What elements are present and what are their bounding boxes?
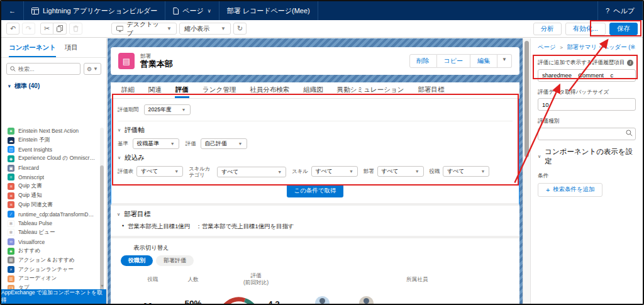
component-item[interactable]: ≡ Quip 関連文書 <box>1 201 97 210</box>
tab-fields[interactable]: 項目 <box>65 43 78 57</box>
more-actions-button[interactable]: ▼ <box>497 54 512 68</box>
component-icon: ‹› <box>8 238 14 245</box>
component-item[interactable]: ∕ runtime_cdp:dataTransformDefiniti... <box>1 209 97 219</box>
undo-button[interactable]: ↶ <box>6 23 19 35</box>
info-icon[interactable]: i <box>627 60 633 66</box>
save-button[interactable]: 保存 <box>609 23 638 35</box>
appexchange-footer-button[interactable]: AppExchange で追加コンポーネントを取得 <box>1 289 106 304</box>
sidebar-tabs: コンポーネント 項目 <box>1 38 106 58</box>
record-tab[interactable]: 詳細 <box>121 82 135 98</box>
view-switch-option[interactable]: 部署評価 <box>156 255 194 266</box>
scrollbar-thumb[interactable] <box>100 165 104 304</box>
chevron-down-icon: ▼ <box>415 169 419 174</box>
component-item[interactable]: ⊞ アクション & おすすめ <box>1 256 97 265</box>
bullet-icon: • <box>122 223 124 231</box>
period-select[interactable]: 2025年度 ▼ <box>144 104 191 115</box>
component-label: Experience Cloud の Omniscript <box>18 155 95 162</box>
record-tab[interactable]: 評価 <box>175 82 189 98</box>
pages-menu[interactable]: ページ ∨ <box>165 1 219 20</box>
chevron-down-icon: ▼ <box>221 26 226 31</box>
visibility-section-header[interactable]: ∨ コンポーネントの表示を設定 <box>538 147 636 166</box>
record-tab[interactable]: 社員分布検索 <box>249 82 290 98</box>
fetch-with-conditions-button[interactable]: この条件で取得 <box>287 184 343 197</box>
component-item[interactable]: ☰ アコーディオン <box>1 274 97 284</box>
component-item[interactable]: ★ おすすめ <box>1 247 97 256</box>
copy-button[interactable] <box>53 23 67 35</box>
component-item[interactable]: ≡ Quip 文書 <box>1 182 97 191</box>
batch-size-field-label: 評価データ取得バッチサイズ <box>538 89 609 96</box>
help-button[interactable]: ? ヘルプ <box>597 1 643 20</box>
component-item[interactable]: ✻ Tableau Pulse <box>1 219 97 228</box>
record-tab[interactable]: 関連 <box>148 82 162 98</box>
batch-size-field-input[interactable] <box>538 98 636 111</box>
narrow-section-title: 絞込み <box>125 153 145 162</box>
narrow-field-value: すべて <box>221 169 238 176</box>
axis-field-select[interactable]: 自己評価 ▼ <box>201 138 247 149</box>
member[interactable]: 伊藤 三郎 <box>351 296 381 304</box>
edit-record-button[interactable]: 編集 <box>470 54 497 68</box>
breadcrumb-component-link[interactable]: 部署サマリ・ヘッダー (※... <box>567 43 636 50</box>
goal-separator: ： <box>196 223 202 230</box>
narrow-field-select[interactable]: すべて ▼ <box>136 166 183 177</box>
component-search-input[interactable] <box>18 66 69 72</box>
view-switch-option[interactable]: 役職別 <box>121 255 153 266</box>
narrow-field-select[interactable]: すべて ▼ <box>377 166 424 177</box>
copy-record-button[interactable]: コピー <box>437 54 470 68</box>
component-item[interactable]: ▣ Flexcard <box>1 164 97 173</box>
record-tab[interactable]: 異動シミュレーション <box>336 82 405 98</box>
delete-record-button[interactable]: 削除 <box>409 54 437 68</box>
standard-section-header[interactable]: ∨ 標準 (40) <box>1 79 106 93</box>
component-settings-button[interactable]: ⚙▼ <box>84 63 101 75</box>
eval-history-field-input[interactable] <box>538 69 636 82</box>
component-item[interactable]: ≡ Quip 通知 <box>1 191 97 201</box>
page-title: 部署 レコードページ(Mee) <box>219 1 318 20</box>
cut-icon: ✂ <box>44 25 50 33</box>
component-item[interactable]: ✦ Einstein Next Best Action <box>1 126 97 136</box>
avatar <box>359 296 374 304</box>
record-highlights-panel[interactable]: ▤ 部署 営業本部 削除 コピー 編集 ▼ <box>111 47 519 75</box>
component-sidebar: コンポーネント 項目 ⚙▼ ∨ 標準 (40) ✦ Einstein Next … <box>1 38 107 304</box>
redo-button[interactable]: ↷ <box>22 23 35 35</box>
component-item[interactable]: ◈ Experience Cloud の Omniscript <box>1 154 97 164</box>
narrow-section-header[interactable]: ∨ 絞込み <box>118 153 513 162</box>
score-gauge: 012345 <box>214 292 268 304</box>
device-selector[interactable]: デスクトップ ▼ <box>111 23 177 35</box>
tab-components[interactable]: コンポーネント <box>9 43 56 57</box>
refresh-button[interactable]: ↻ <box>233 23 247 35</box>
chevron-down-icon: ∨ <box>117 212 120 217</box>
sidebar-scrollbar[interactable] <box>100 128 104 284</box>
axis-field-select[interactable]: 役職基準 ▼ <box>133 138 179 149</box>
delete-button[interactable] <box>69 23 82 35</box>
record-tab[interactable]: ランク管理 <box>202 82 236 98</box>
department-goal-component[interactable]: ∨ 部署目標 • 営業本部売上目標1億円 ：営業本部で売上目標1億円を目指す <box>111 206 519 238</box>
record-tab[interactable]: 部署目標 <box>417 82 445 98</box>
axis-field-value: 自己評価 <box>205 140 227 148</box>
component-item[interactable]: ☁ Einstein 予測 <box>1 136 97 145</box>
member[interactable]: 伊藤 正吾 <box>307 296 337 304</box>
activate-button[interactable]: 有効化... <box>565 23 606 35</box>
scrollbar-thumb[interactable] <box>525 41 529 157</box>
axis-section-header[interactable]: ∨ 評価軸 <box>118 126 513 135</box>
breadcrumb-page-link[interactable]: ページ <box>538 43 556 50</box>
component-item[interactable]: ‹› Visualforce <box>1 237 97 247</box>
department-record-icon: ▤ <box>118 53 135 69</box>
zoom-selector[interactable]: 縮小表示 ▼ <box>179 23 231 35</box>
goal-section-header[interactable]: ∨ 部署目標 <box>117 210 513 219</box>
visibility-section-title: コンポーネントの表示を設定 <box>545 147 636 166</box>
component-item[interactable]: ◫ Event Insights <box>1 145 97 154</box>
back-button[interactable]: ← <box>1 1 24 20</box>
component-item[interactable]: ✻ Tableau ビュー <box>1 228 97 238</box>
narrow-field-select[interactable]: すべて ▼ <box>311 166 358 177</box>
record-tab[interactable]: 組織図 <box>303 82 324 98</box>
analyze-button[interactable]: 分析 <box>533 23 562 35</box>
canvas-scrollbar[interactable] <box>523 38 531 304</box>
narrow-field-select[interactable]: すべて ▼ <box>217 167 286 177</box>
evaluation-filter-component[interactable]: 評価期間 2025年度 ▼ ∨ 評価軸 基準 <box>111 99 519 206</box>
component-item[interactable]: ⚡ アクションランチャー <box>1 265 97 274</box>
eval-type-search-input[interactable] <box>538 128 636 140</box>
component-item[interactable]: ⌗ Omniscript <box>1 172 97 182</box>
evaluation-summary-component[interactable]: 表示切り替え 役職別 部署評価 役職 人数 評価 (前 <box>111 238 519 304</box>
narrow-field-select[interactable]: すべて ▼ <box>443 166 489 177</box>
cut-button[interactable]: ✂ <box>40 23 53 35</box>
add-filter-button[interactable]: + 検索条件を追加 <box>538 183 602 197</box>
